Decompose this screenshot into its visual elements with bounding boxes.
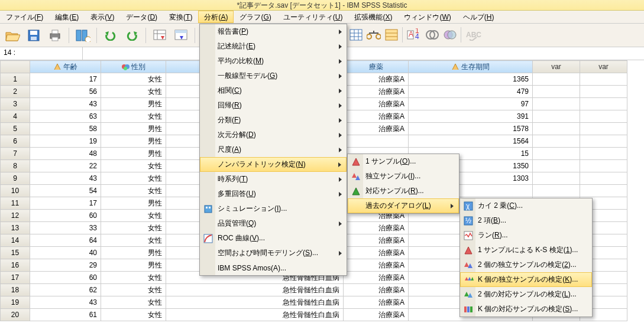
cell-survival[interactable]: 97 — [409, 98, 533, 110]
cell-empty[interactable] — [580, 160, 627, 172]
cell-sex[interactable]: 女性 — [101, 86, 166, 98]
cell-age[interactable]: 54 — [30, 185, 101, 197]
cell-reference[interactable]: 14 : — [0, 47, 83, 60]
row-header[interactable]: 12 — [1, 210, 30, 222]
col-header-var1[interactable]: var — [533, 61, 580, 73]
row-header[interactable]: 2 — [1, 86, 30, 98]
cell-empty[interactable] — [533, 148, 580, 160]
menu-item[interactable]: ½2 項(B)... — [460, 213, 592, 228]
menu-item[interactable]: 報告書(P) — [200, 24, 347, 39]
menu-v[interactable]: 表示(V) — [85, 11, 120, 23]
menu-item[interactable]: 2 個の独立サンプルの検定(2)... — [460, 257, 592, 272]
row-header[interactable]: 8 — [1, 160, 30, 172]
cell-age[interactable]: 29 — [30, 259, 101, 272]
cell-sex[interactable]: 女性 — [101, 309, 166, 321]
cell-empty[interactable] — [580, 185, 627, 197]
crosstabs-icon[interactable] — [349, 28, 363, 41]
cell-age[interactable]: 40 — [30, 247, 101, 259]
cell-drug[interactable]: 治療薬A — [344, 272, 409, 284]
select-icon[interactable] — [384, 28, 399, 41]
cell-empty[interactable] — [580, 110, 627, 123]
cell-disease[interactable]: 急性骨髄性白血病 — [166, 296, 344, 309]
print-icon[interactable] — [46, 27, 64, 44]
cell-empty[interactable] — [533, 98, 580, 110]
cell-drug[interactable]: 治療薬A — [344, 86, 409, 98]
cell-sex[interactable]: 女性 — [101, 234, 166, 247]
menu-x[interactable]: 拡張機能(X) — [348, 11, 398, 23]
menu-item[interactable]: 1 サンプル(O)... — [348, 154, 459, 169]
cell-age[interactable]: 43 — [30, 172, 101, 185]
row-header[interactable]: 16 — [1, 259, 30, 272]
menu-item[interactable]: χカイ 2 乗(C)... — [460, 198, 592, 213]
row-header[interactable]: 20 — [1, 309, 30, 321]
row-header[interactable]: 7 — [1, 148, 30, 160]
menu-item[interactable]: シミュレーション(I)... — [200, 201, 347, 216]
cell-sex[interactable]: 男性 — [101, 123, 166, 135]
menu-item[interactable]: 多重回答(U) — [200, 187, 347, 201]
col-header-sex[interactable]: 性別 — [101, 61, 166, 73]
spellcheck-icon[interactable]: ABC — [465, 29, 481, 41]
col-header-drug[interactable]: 療薬 — [344, 61, 409, 73]
cell-drug[interactable]: 治療薬A — [344, 284, 409, 296]
cell-drug[interactable]: 治療薬A — [344, 296, 409, 309]
cell-disease[interactable]: 急性骨髄性白血病 — [166, 284, 344, 296]
cell-drug[interactable]: 治療薬A — [344, 222, 409, 234]
cell-empty[interactable] — [533, 73, 580, 86]
row-header[interactable]: 14 — [1, 234, 30, 247]
cell-age[interactable]: 61 — [30, 309, 101, 321]
row-header[interactable]: 17 — [1, 272, 30, 284]
menu-e[interactable]: 編集(E) — [49, 11, 85, 23]
menu-item[interactable]: 次元分解(D) — [200, 128, 347, 142]
row-header[interactable]: 5 — [1, 123, 30, 135]
cell-empty[interactable] — [533, 123, 580, 135]
menu-u[interactable]: ユーティリティ(U) — [277, 11, 349, 23]
save-icon[interactable] — [25, 27, 43, 44]
col-header-survival[interactable]: 生存期間 — [409, 61, 533, 73]
cell-sex[interactable]: 男性 — [101, 197, 166, 210]
cell-sex[interactable]: 女性 — [101, 160, 166, 172]
menu-item[interactable]: 回帰(R) — [200, 98, 347, 113]
cell-survival[interactable]: 1564 — [409, 135, 533, 148]
menu-item[interactable]: 空間および時間モデリング(S)... — [200, 246, 347, 260]
cell-drug[interactable]: 治療薬A — [344, 73, 409, 86]
weight-icon[interactable] — [367, 28, 381, 41]
cell-age[interactable]: 63 — [30, 110, 101, 123]
cell-empty[interactable] — [533, 135, 580, 148]
goto-var-icon[interactable] — [172, 27, 190, 44]
cell-empty[interactable] — [580, 86, 627, 98]
cell-empty[interactable] — [533, 86, 580, 98]
cell-drug[interactable]: 治療薬A — [344, 110, 409, 123]
cell-drug[interactable]: 治療薬A — [344, 98, 409, 110]
menu-item[interactable]: 1 サンプルによる K-S 検定(1)... — [460, 243, 592, 257]
menu-item[interactable]: IBM SPSS Amos(A)... — [200, 260, 347, 275]
cell-age[interactable]: 17 — [30, 197, 101, 210]
cell-drug[interactable]: 治療薬A — [344, 234, 409, 247]
cell-empty[interactable] — [580, 172, 627, 185]
menu-item[interactable]: 過去のダイアログ(L) — [348, 198, 459, 213]
cell-sex[interactable]: 男性 — [101, 259, 166, 272]
sets2-icon[interactable] — [443, 28, 457, 41]
menu-item[interactable]: 独立サンプル(I)... — [348, 169, 459, 184]
menu-item[interactable]: 平均の比較(M) — [200, 54, 347, 68]
cell-empty[interactable] — [580, 123, 627, 135]
menu-item[interactable]: 分類(F) — [200, 113, 347, 128]
cell-age[interactable]: 60 — [30, 272, 101, 284]
cell-drug[interactable]: 治療薬A — [344, 309, 409, 321]
menu-item[interactable]: ラン(R)... — [460, 228, 592, 243]
cell-empty[interactable] — [580, 135, 627, 148]
menu-item[interactable]: 品質管理(Q) — [200, 216, 347, 231]
cell-sex[interactable]: 女性 — [101, 272, 166, 284]
menu-t[interactable]: 変換(T) — [163, 11, 198, 23]
cell-sex[interactable]: 男性 — [101, 247, 166, 259]
cell-sex[interactable]: 男性 — [101, 98, 166, 110]
corner-cell[interactable] — [1, 61, 30, 73]
row-header[interactable]: 18 — [1, 284, 30, 296]
row-header[interactable]: 19 — [1, 296, 30, 309]
cell-age[interactable]: 17 — [30, 73, 101, 86]
analyze-menu[interactable]: 報告書(P)記述統計(E)平均の比較(M)一般線型モデル(G)相関(C)回帰(R… — [199, 24, 347, 276]
col-header-age[interactable]: 年齢 — [30, 61, 101, 73]
cell-sex[interactable]: 女性 — [101, 172, 166, 185]
cell-empty[interactable] — [533, 172, 580, 185]
col-header-var2[interactable]: var — [580, 61, 627, 73]
cell-empty[interactable] — [580, 73, 627, 86]
